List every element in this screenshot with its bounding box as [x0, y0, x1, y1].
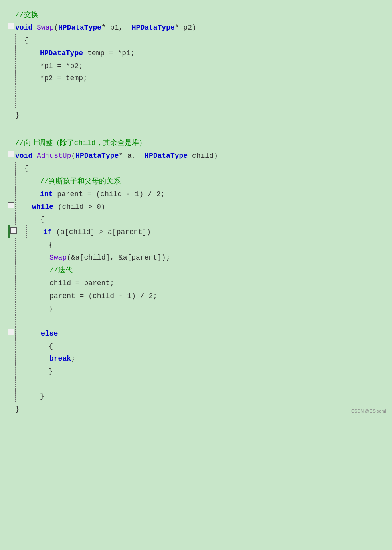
vline-swap6: [15, 96, 16, 108]
line-6: *p2 = temp;: [8, 71, 384, 84]
swap-open-brace: {: [24, 34, 28, 46]
line-28: {: [8, 340, 384, 352]
line-30: }: [8, 365, 384, 377]
swap-stmt-2: *p1 = *p2;: [40, 59, 83, 72]
line-26: [8, 315, 384, 327]
line-15: //判断孩子和父母的关系: [8, 175, 384, 187]
line-8: [8, 96, 384, 108]
fold-if[interactable]: －: [10, 227, 17, 234]
line-9: }: [8, 108, 384, 121]
swap-call: Swap(&a[child], &a[parent]);: [49, 251, 170, 264]
comment-swap: //交换: [15, 8, 38, 21]
line-21: Swap(&a[child], &a[parent]);: [8, 251, 384, 264]
line-10: [8, 121, 384, 132]
fold-else[interactable]: －: [8, 329, 14, 335]
line-3: {: [8, 34, 384, 46]
line-4: HPDataType temp = *p1;: [8, 46, 384, 59]
else-close-brace: }: [49, 365, 53, 377]
line-1: //交换: [8, 8, 384, 21]
else-open-brace: {: [49, 340, 53, 352]
swap-close-brace: }: [15, 108, 20, 121]
fold-adjustup[interactable]: －: [8, 151, 14, 157]
line-14: {: [8, 162, 384, 175]
line-27: － else: [8, 327, 384, 340]
line-23: child = parent;: [8, 276, 384, 289]
code-block: //交换 － void Swap(HPDataType* p1, HPDataT…: [0, 4, 392, 419]
line-29: break;: [8, 352, 384, 365]
while-stmt: while (child > 0): [32, 200, 105, 213]
swap-stmt-1: HPDataType temp = *p1;: [40, 46, 135, 59]
line-5: *p1 = *p2;: [8, 59, 384, 72]
if-open-brace: {: [49, 238, 53, 251]
while-close-brace: }: [40, 389, 44, 402]
if-close-brace: }: [49, 302, 53, 315]
line-18: {: [8, 213, 384, 226]
watermark: CSDN @CS semi: [351, 408, 386, 415]
else-stmt: else: [41, 327, 58, 340]
line-7: [8, 84, 384, 96]
line-12: //向上调整（除了child，其余全是堆）: [8, 136, 384, 149]
swap-signature: void Swap(HPDataType* p1, HPDataType* p2…: [15, 21, 196, 34]
adjustup-close-brace: }: [15, 402, 20, 415]
line-25: }: [8, 302, 384, 315]
adjustup-signature: void AdjustUp(HPDataType* a, HPDataType …: [15, 149, 218, 162]
line-24: parent = (child - 1) / 2;: [8, 289, 384, 302]
line-20: {: [8, 238, 384, 251]
comment-parent-child: //判断孩子和父母的关系: [40, 175, 121, 187]
while-open-brace: {: [40, 213, 44, 226]
fold-swap[interactable]: －: [8, 23, 14, 29]
adj-stmt-parent: int parent = (child - 1) / 2;: [40, 187, 165, 200]
line-13: － void AdjustUp(HPDataType* a, HPDataTyp…: [8, 149, 384, 162]
fold-while[interactable]: －: [8, 202, 14, 208]
line-19: － if (a[child] > a[parent]): [8, 225, 384, 238]
adjustup-open-brace: {: [24, 162, 28, 175]
line-31: [8, 377, 384, 389]
line-22: //迭代: [8, 264, 384, 276]
vline-swap5: [15, 84, 16, 96]
line-11: [8, 132, 384, 136]
line-17: － while (child > 0): [8, 200, 384, 213]
if-stmt: if (a[child] > a[parent]): [43, 225, 151, 238]
comment-adjustup: //向上调整（除了child，其余全是堆）: [15, 136, 146, 149]
parent-assign: parent = (child - 1) / 2;: [49, 289, 157, 302]
line-33: }: [8, 402, 384, 415]
line-32: }: [8, 389, 384, 402]
break-stmt: break;: [49, 352, 75, 365]
line-16: int parent = (child - 1) / 2;: [8, 187, 384, 200]
comment-iterate: //迭代: [49, 264, 73, 276]
swap-stmt-3: *p2 = temp;: [40, 71, 87, 84]
child-assign: child = parent;: [49, 276, 114, 289]
line-2: － void Swap(HPDataType* p1, HPDataType* …: [8, 21, 384, 34]
